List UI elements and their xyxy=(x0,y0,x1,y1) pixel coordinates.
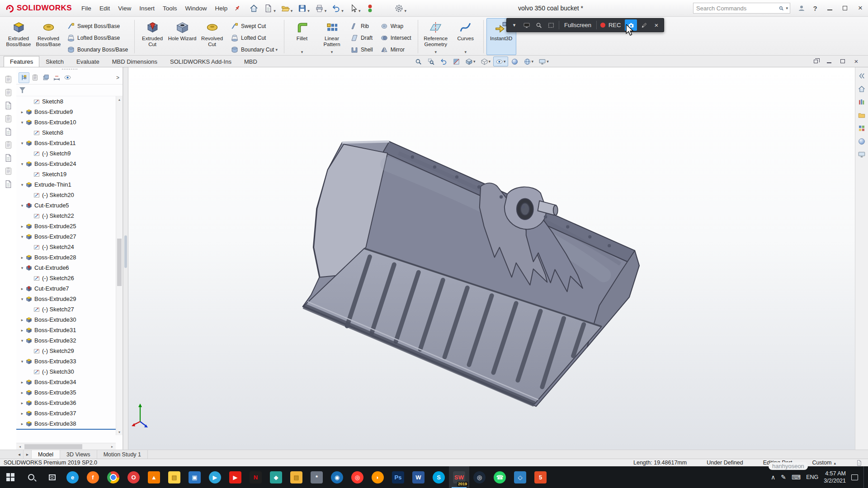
maximize-window-button[interactable] xyxy=(837,2,853,14)
menu-item[interactable]: Tools xyxy=(159,2,181,14)
filter-funnel-icon[interactable] xyxy=(19,87,25,93)
file-properties-button[interactable] xyxy=(378,2,391,14)
view-settings-button[interactable] xyxy=(536,56,551,66)
revolved-boss-base-button[interactable]: Revolved Boss/Base xyxy=(33,18,63,55)
graphics-viewport[interactable] xyxy=(128,67,855,450)
pin-menu-icon[interactable] xyxy=(233,5,241,12)
lofted-cut-button[interactable]: Lofted Cut xyxy=(228,33,280,43)
feature-tree-item[interactable]: (-) Sketch22 xyxy=(16,211,116,221)
float-document-button[interactable] xyxy=(812,58,819,65)
scrollbar-thumb[interactable] xyxy=(117,239,122,286)
start-button[interactable] xyxy=(0,466,21,488)
recorder-display-button[interactable] xyxy=(520,19,533,31)
rebuild-button[interactable] xyxy=(363,2,377,14)
zoom-to-area-button[interactable] xyxy=(425,56,437,66)
word-icon[interactable]: W xyxy=(408,466,429,488)
expand-arrow-icon[interactable] xyxy=(19,411,25,416)
displaymanager-tab[interactable] xyxy=(62,72,73,83)
menu-item[interactable]: Insert xyxy=(135,2,159,14)
expand-arrow-icon[interactable] xyxy=(19,380,25,385)
dropdown-caret-icon[interactable] xyxy=(504,60,506,64)
menu-item[interactable]: File xyxy=(77,2,95,14)
recorder-close-button[interactable] xyxy=(650,19,662,31)
dimxpertmanager-tab[interactable] xyxy=(51,72,62,83)
tree-filter-input[interactable] xyxy=(28,86,119,94)
recorder-zoom-button[interactable] xyxy=(533,19,545,31)
dock-tool-button-2[interactable] xyxy=(4,88,13,97)
panel-splitter[interactable] xyxy=(123,67,128,450)
action-center-icon[interactable] xyxy=(851,474,858,480)
feature-tree-item[interactable]: Boss-Extrude27 xyxy=(16,231,116,242)
splitter-handle[interactable] xyxy=(124,235,127,268)
whatsapp-icon[interactable]: ☎ xyxy=(490,466,510,488)
configurationmanager-tab[interactable] xyxy=(40,72,51,83)
help-icon[interactable]: ? xyxy=(808,2,822,14)
expand-arrow-icon[interactable] xyxy=(19,266,25,270)
language-indicator[interactable]: ENG xyxy=(806,474,818,480)
minimize-document-button[interactable] xyxy=(826,58,833,65)
dropdown-caret-icon[interactable] xyxy=(473,60,476,64)
feature-tree-item[interactable]: Boss-Extrude28 xyxy=(16,252,116,263)
expand-arrow-icon[interactable] xyxy=(19,120,25,125)
feature-tree-item[interactable]: (-) Sketch24 xyxy=(16,242,116,252)
previous-view-button[interactable] xyxy=(438,56,450,66)
status-sheet-icon[interactable] xyxy=(856,460,863,466)
dock-tool-button-6[interactable] xyxy=(4,140,13,150)
document-tab[interactable]: 3D Views xyxy=(60,450,97,459)
expand-arrow-icon[interactable] xyxy=(19,297,25,301)
maps-icon[interactable]: ◉ xyxy=(327,466,347,488)
fillet-button[interactable]: Fillet xyxy=(287,18,317,55)
document-tab[interactable]: Motion Study 1 xyxy=(97,450,148,459)
feature-tree-item[interactable]: Boss-Extrude32 xyxy=(16,335,116,346)
boundary-cut-button[interactable]: Boundary Cut xyxy=(228,45,280,55)
section-view-button[interactable] xyxy=(450,56,462,66)
shell-button[interactable]: Shell xyxy=(348,45,375,55)
expand-arrow-icon[interactable] xyxy=(19,328,25,333)
feature-tree-item[interactable]: Sketch19 xyxy=(16,169,116,179)
feature-tree-item[interactable]: Sketch8 xyxy=(16,96,116,107)
folder-icon[interactable]: ▤ xyxy=(286,466,307,488)
ribbon-tab[interactable]: SOLIDWORKS Add-Ins xyxy=(164,56,238,67)
skype-icon[interactable]: S xyxy=(429,466,449,488)
expand-arrow-icon[interactable] xyxy=(19,162,25,166)
dropdown-caret-icon[interactable] xyxy=(547,60,549,64)
propertymanager-tab[interactable] xyxy=(29,72,40,83)
expand-arrow-icon[interactable] xyxy=(19,203,25,208)
expand-arrow-icon[interactable] xyxy=(19,183,25,187)
custom-properties-button[interactable] xyxy=(858,150,866,159)
draft-button[interactable]: Draft xyxy=(348,33,375,43)
appearances-button[interactable] xyxy=(858,137,866,145)
curves-button[interactable]: Curves xyxy=(451,18,481,55)
firefox-developer-icon[interactable]: ◗ xyxy=(368,466,388,488)
menu-item[interactable]: Help xyxy=(211,2,231,14)
show-desktop-button[interactable] xyxy=(863,466,866,488)
task-view-icon[interactable] xyxy=(42,466,62,488)
feature-tree-item[interactable]: (-) Sketch9 xyxy=(16,148,116,159)
revolved-cut-button[interactable]: Revolved Cut xyxy=(197,18,227,55)
hole-wizard-button[interactable]: Hole Wizard xyxy=(167,18,197,55)
clock[interactable]: 4:57 AM 3/2/2021 xyxy=(824,470,846,485)
photos-icon[interactable]: ▣ xyxy=(184,466,205,488)
dock-tool-button-1[interactable] xyxy=(4,75,13,84)
youtube-icon[interactable]: ▶ xyxy=(225,466,245,488)
coal-bucket-model[interactable] xyxy=(299,135,649,412)
dropdown-caret-icon[interactable] xyxy=(434,50,437,54)
ribbon-tab[interactable]: MBD xyxy=(238,56,264,67)
linear-pattern-button[interactable]: Linear Pattern xyxy=(317,18,347,55)
dock-tool-button-4[interactable] xyxy=(4,114,13,123)
feature-tree-item[interactable]: Boss-Extrude9 xyxy=(16,107,116,117)
search-input[interactable] xyxy=(693,5,778,12)
feature-tree-item[interactable]: Boss-Extrude38 xyxy=(16,418,116,429)
feature-tree-item[interactable]: Cut-Extrude5 xyxy=(16,200,116,211)
scroll-right-icon[interactable] xyxy=(108,445,116,449)
feature-tree-item[interactable]: Boss-Extrude11 xyxy=(16,138,116,148)
solidworks-icon[interactable]: SW 2019 xyxy=(449,466,469,488)
expand-arrow-icon[interactable] xyxy=(19,286,25,291)
telegram-icon[interactable]: ▶ xyxy=(205,466,225,488)
extruded-boss-base-button[interactable]: Extruded Boss/Base xyxy=(4,18,33,55)
recorder-mode-label[interactable]: Fullscreen xyxy=(561,22,594,28)
feature-tree-item[interactable]: Boss-Extrude25 xyxy=(16,221,116,231)
dock-tool-button-9[interactable] xyxy=(4,179,13,189)
expand-arrow-icon[interactable] xyxy=(19,401,25,405)
feature-tree-item[interactable]: Boss-Extrude10 xyxy=(16,117,116,127)
